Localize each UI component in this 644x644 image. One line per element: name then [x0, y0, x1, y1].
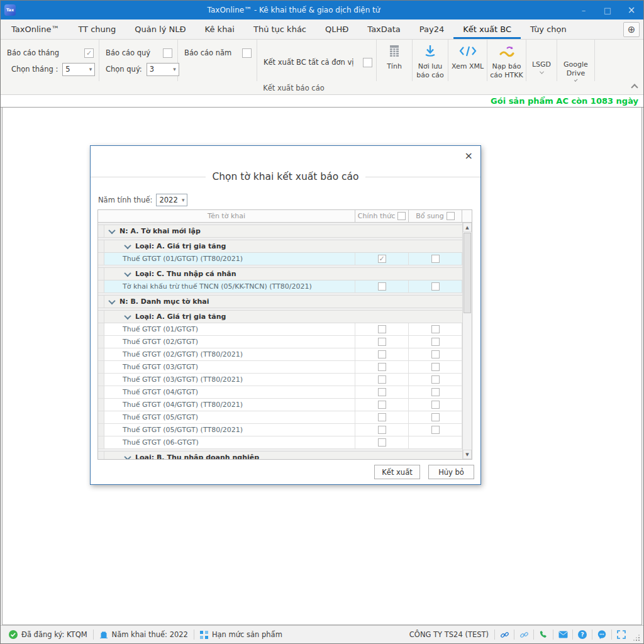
ribbon-button-xem-xml[interactable]: Xem XML	[448, 40, 487, 81]
scrollbar-track[interactable]	[463, 232, 472, 450]
menu-item-qlh-[interactable]: QLHĐ	[316, 19, 358, 39]
export-button[interactable]: Kết xuất	[374, 465, 420, 479]
supplement-checkbox[interactable]	[431, 325, 440, 333]
chevron-down-icon[interactable]	[124, 453, 131, 459]
maximize-button[interactable]: □	[596, 1, 619, 19]
chain-icon[interactable]	[514, 630, 533, 640]
supplement-checkbox[interactable]	[431, 388, 440, 396]
table-group-row[interactable]: Loại: A. Giá trị gia tăng	[98, 240, 462, 253]
ribbon-collapse-icon[interactable]	[632, 83, 637, 92]
table-row[interactable]: Tờ khai khấu trừ thuế TNCN (05/KK-TNCN) …	[98, 280, 462, 293]
resize-grip[interactable]	[633, 635, 640, 641]
menu-item-tt-chung[interactable]: TT chung	[69, 19, 125, 39]
vertical-scrollbar[interactable]: ▲ ▼	[462, 223, 472, 459]
quarterly-report-checkbox[interactable]	[163, 48, 172, 58]
ribbon-button-t-nh[interactable]: Tính	[377, 40, 413, 81]
supplement-checkbox[interactable]	[431, 255, 440, 263]
table-group-row[interactable]: N: A. Tờ khai mới lập	[98, 225, 462, 238]
tax-year-select[interactable]: 2022▾	[156, 194, 187, 206]
menu-item-taxonline-[interactable]: TaxOnline™	[2, 19, 69, 39]
quota-grid-icon	[200, 631, 208, 639]
add-tab-button[interactable]: ⊕	[623, 22, 640, 37]
menu-item-t-y-ch-n[interactable]: Tùy chọn	[521, 19, 576, 39]
minimize-button[interactable]: –	[572, 1, 596, 19]
supplement-checkbox[interactable]	[431, 401, 440, 409]
scrollbar-thumb[interactable]	[464, 233, 471, 313]
table-row[interactable]: Thuế GTGT (02/GTGT) (TT80/2021)	[98, 348, 462, 361]
dialog-close-icon[interactable]: ×	[465, 151, 473, 161]
table-group-row[interactable]: Loại: A. Giá trị gia tăng	[98, 310, 462, 323]
chevron-down-icon[interactable]	[108, 297, 115, 304]
table-row[interactable]: Thuế GTGT (05/GTGT) (TT80/2021)	[98, 424, 462, 436]
official-checkbox[interactable]	[378, 401, 386, 409]
official-checkbox[interactable]	[378, 413, 386, 421]
table-row[interactable]: Thuế GTGT (03/GTGT) (TT80/2021)	[98, 374, 462, 386]
official-checkbox[interactable]	[378, 325, 386, 333]
chevron-down-icon	[574, 78, 577, 81]
menu-item-pay24[interactable]: Pay24	[410, 19, 453, 39]
table-row[interactable]: Thuế GTGT (03/GTGT)	[98, 361, 462, 374]
table-row[interactable]: Thuế GTGT (02/GTGT)	[98, 336, 462, 348]
menu-item-k-khai[interactable]: Kê khai	[196, 19, 244, 39]
table-row[interactable]: Thuế GTGT (04/GTGT)	[98, 386, 462, 399]
table-row[interactable]: Thuế GTGT (06-GTGT)	[98, 436, 462, 449]
official-checkbox[interactable]	[378, 426, 386, 434]
table-row[interactable]: Thuế GTGT (05/GTGT)	[98, 411, 462, 424]
ribbon-button-n-i-l-u-b-o-c-o[interactable]: Nơi lưu báo cáo	[413, 40, 448, 81]
supplement-checkbox[interactable]	[431, 282, 440, 291]
dialog-title: Chọn tờ khai kết xuất báo cáo	[206, 171, 365, 182]
table-row[interactable]: Thuế GTGT (01/GTGT)	[98, 323, 462, 336]
monthly-report-checkbox[interactable]	[84, 48, 94, 58]
scroll-up-icon[interactable]: ▲	[463, 223, 472, 232]
official-checkbox[interactable]	[378, 388, 386, 396]
official-checkbox[interactable]	[378, 350, 386, 358]
supplement-checkbox[interactable]	[431, 426, 440, 434]
official-checkbox[interactable]	[378, 363, 386, 371]
menu-item-th-t-c-kh-c[interactable]: Thủ tục khác	[244, 19, 316, 39]
cancel-button[interactable]: Hủy bỏ	[428, 465, 474, 479]
expand-icon[interactable]	[612, 630, 631, 639]
ribbon-button-n-p-b-o-c-o-htkk[interactable]: Nạp báo cáo HTKK	[487, 40, 526, 81]
supplement-checkbox[interactable]	[431, 363, 440, 371]
supplement-checkbox[interactable]	[431, 413, 440, 421]
chat-icon[interactable]	[592, 630, 611, 639]
supplement-select-all-checkbox[interactable]	[447, 212, 455, 220]
close-button[interactable]: ×	[619, 1, 643, 19]
official-checkbox[interactable]	[378, 338, 386, 346]
scroll-down-icon[interactable]: ▼	[463, 450, 472, 459]
table-group-row[interactable]: Loại: C. Thu nhập cá nhân	[98, 267, 462, 280]
phone-icon[interactable]	[534, 630, 553, 639]
official-checkbox[interactable]	[378, 375, 386, 384]
ribbon-button-lsgd[interactable]: LSGD	[526, 40, 557, 81]
chevron-down-icon[interactable]	[124, 312, 131, 319]
app-logo-icon: Tax	[4, 4, 16, 16]
chevron-down-icon[interactable]	[124, 269, 131, 276]
ribbon-button-google-drive[interactable]: Google Drive	[557, 40, 595, 81]
table-row[interactable]: Thuế GTGT (01/GTGT) (TT80/2021)	[98, 253, 462, 265]
month-select[interactable]: 5▾	[62, 63, 95, 76]
chevron-down-icon[interactable]	[124, 242, 131, 248]
table-group-row[interactable]: Loại: B. Thu nhập doanh nghiệp	[98, 451, 462, 459]
supplement-checkbox[interactable]	[431, 338, 440, 346]
chevron-down-icon[interactable]	[108, 226, 115, 233]
supplement-checkbox[interactable]	[431, 350, 440, 358]
menu-item-qu-n-l-nl-[interactable]: Quản lý NLĐ	[125, 19, 195, 39]
quota-status[interactable]: Hạn mức sản phẩm	[194, 630, 288, 639]
table-group-row[interactable]: N: B. Danh mục tờ khai	[98, 295, 462, 308]
official-checkbox[interactable]	[378, 282, 386, 291]
table-row[interactable]: Thuế GTGT (04/GTGT) (TT80/2021)	[98, 399, 462, 411]
quarter-select[interactable]: 3▾	[147, 63, 179, 76]
mail-icon[interactable]	[553, 631, 572, 638]
export-all-units-checkbox[interactable]	[363, 58, 372, 67]
yearly-report-checkbox[interactable]	[242, 48, 252, 58]
menu-item-taxdata[interactable]: TaxData	[358, 19, 410, 39]
official-checkbox[interactable]	[378, 255, 386, 263]
supplement-checkbox[interactable]	[431, 375, 440, 384]
official-checkbox[interactable]	[378, 438, 386, 447]
menu-item-k-t-xu-t-bc[interactable]: Kết xuất BC	[453, 19, 521, 39]
select-month-label: Chọn tháng :	[11, 65, 58, 74]
title-bar: Tax TaxOnline™ - Kê khai thuế & giao dịc…	[1, 1, 643, 19]
official-select-all-checkbox[interactable]	[397, 212, 406, 220]
help-icon[interactable]: ?	[573, 630, 592, 639]
link-icon[interactable]	[495, 630, 514, 640]
